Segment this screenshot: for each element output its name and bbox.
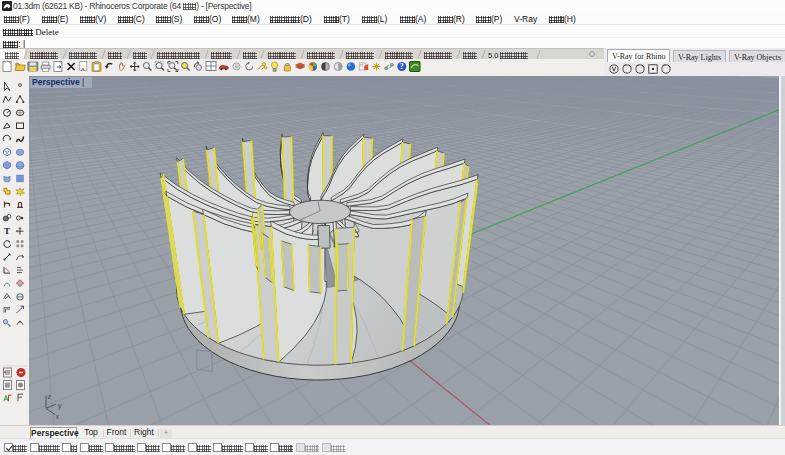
svg-text:y: y — [58, 402, 62, 410]
svg-text:z: z — [48, 393, 52, 400]
svg-text:?: ? — [400, 62, 404, 71]
svg-text:T: T — [4, 226, 10, 236]
svg-text:x: x — [56, 413, 60, 420]
